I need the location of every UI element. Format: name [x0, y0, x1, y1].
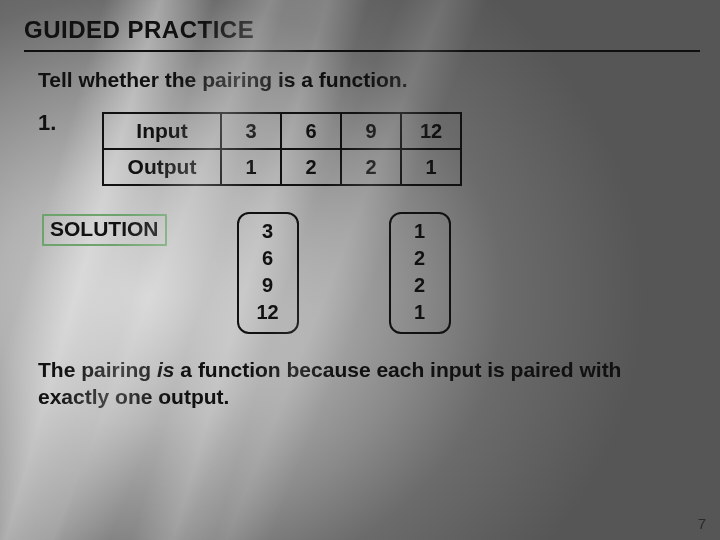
cell: 1 — [221, 149, 281, 185]
slide-title: GUIDED PRACTICE — [24, 16, 700, 44]
slide: GUIDED PRACTICE Tell whether the pairing… — [0, 0, 720, 540]
solution-label: SOLUTION — [42, 214, 167, 246]
cell: 2 — [281, 149, 341, 185]
row-label-input: Input — [103, 113, 221, 149]
title-underline — [24, 50, 700, 52]
list-item: 1 — [407, 218, 433, 245]
mapping-left: 3 6 9 12 — [237, 212, 299, 334]
list-item: 12 — [255, 299, 281, 326]
explanation-text: The pairing is a function because each i… — [38, 356, 690, 411]
list-item: 2 — [407, 272, 433, 299]
list-item: 9 — [255, 272, 281, 299]
cell: 3 — [221, 113, 281, 149]
cell: 12 — [401, 113, 461, 149]
question-number: 1. — [38, 110, 102, 136]
row-label-output: Output — [103, 149, 221, 185]
solution-row: SOLUTION 3 6 9 12 1 2 2 1 — [42, 212, 700, 334]
io-table: Input 3 6 9 12 Output 1 2 2 1 — [102, 112, 462, 186]
explain-pre: The pairing — [38, 358, 157, 381]
question-row: 1. Input 3 6 9 12 Output 1 2 2 1 — [38, 110, 700, 186]
page-number: 7 — [698, 515, 706, 532]
list-item: 1 — [407, 299, 433, 326]
cell: 6 — [281, 113, 341, 149]
table-row: Input 3 6 9 12 — [103, 113, 461, 149]
slide-content: GUIDED PRACTICE Tell whether the pairing… — [0, 0, 720, 540]
list-item: 3 — [255, 218, 281, 245]
mapping-right: 1 2 2 1 — [389, 212, 451, 334]
list-item: 6 — [255, 245, 281, 272]
cell: 1 — [401, 149, 461, 185]
list-item: 2 — [407, 245, 433, 272]
mapping-diagram: 3 6 9 12 1 2 2 1 — [237, 212, 451, 334]
table-row: Output 1 2 2 1 — [103, 149, 461, 185]
prompt-text: Tell whether the pairing is a function. — [38, 68, 700, 92]
explain-is: is — [157, 358, 175, 381]
cell: 2 — [341, 149, 401, 185]
cell: 9 — [341, 113, 401, 149]
